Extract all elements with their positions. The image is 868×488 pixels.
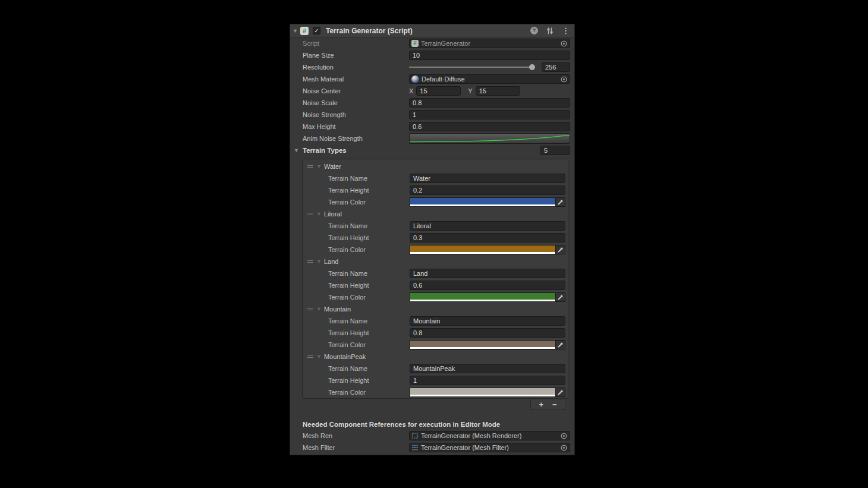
- terrain-item-foldout-icon[interactable]: ▼: [316, 211, 322, 217]
- drag-handle-icon[interactable]: [307, 259, 313, 264]
- alpha-bar: [410, 395, 555, 396]
- terrain-name-input[interactable]: Mountain: [410, 316, 565, 326]
- add-element-button[interactable]: +: [539, 401, 543, 408]
- terrain-height-label: Terrain Height: [328, 377, 410, 384]
- terrain-color-swatch[interactable]: [410, 197, 555, 207]
- mesh-ren-label: Mesh Ren: [303, 432, 409, 439]
- noise-scale-label[interactable]: Noise Scale: [303, 99, 409, 106]
- noise-strength-row: Noise Strength 1: [290, 109, 574, 121]
- terrain-color-swatch[interactable]: [410, 245, 555, 254]
- anim-noise-strength-row: Anim Noise Strength: [290, 133, 574, 144]
- terrain-color-label: Terrain Color: [328, 294, 410, 301]
- terrain-item-header[interactable]: ▼ Litoral: [303, 208, 568, 220]
- terrain-color-label: Terrain Color: [328, 341, 410, 348]
- terrain-item-title: Litoral: [324, 210, 342, 218]
- resolution-label[interactable]: Resolution: [303, 64, 409, 71]
- object-picker-icon[interactable]: [560, 75, 568, 83]
- terrain-name-label: Terrain Name: [328, 317, 410, 325]
- max-height-input[interactable]: 0.6: [409, 122, 570, 131]
- terrain-height-label: Terrain Height: [328, 282, 410, 289]
- terrain-name-label: Terrain Name: [328, 270, 410, 277]
- terrain-height-label: Terrain Height: [328, 234, 410, 241]
- object-picker-icon[interactable]: [560, 432, 568, 440]
- drag-handle-icon[interactable]: [307, 212, 313, 216]
- drag-handle-icon[interactable]: [307, 354, 313, 359]
- terrain-item-header[interactable]: ▼ Mountain: [303, 303, 568, 315]
- terrain-types-list: ▼ Water Terrain Name Water Terrain Heigh…: [302, 159, 568, 399]
- max-height-label[interactable]: Max Height: [303, 123, 409, 130]
- resolution-slider-knob[interactable]: [529, 64, 535, 70]
- noise-center-x-input[interactable]: 15: [416, 86, 461, 96]
- mesh-material-row: Mesh Material Default-Diffuse: [290, 73, 574, 85]
- anim-noise-strength-label: Anim Noise Strength: [303, 135, 409, 142]
- help-icon[interactable]: ?: [530, 27, 538, 34]
- object-picker-icon[interactable]: [560, 444, 568, 452]
- noise-strength-input[interactable]: 1: [409, 110, 570, 119]
- component-header[interactable]: ▼ # ✓ Terrain Generator (Script) ? ⋮: [290, 24, 574, 37]
- anim-noise-strength-curve-field[interactable]: [409, 133, 570, 144]
- terrain-types-label[interactable]: Terrain Types: [303, 147, 347, 154]
- terrain-height-input[interactable]: 0.8: [410, 328, 565, 338]
- terrain-item-foldout-icon[interactable]: ▼: [316, 259, 322, 265]
- mesh-ren-row: Mesh Ren TerrainGenerator (Mesh Renderer…: [290, 430, 574, 442]
- resolution-row: Resolution 256: [290, 61, 574, 73]
- alpha-bar: [410, 347, 555, 349]
- terrain-height-input[interactable]: 1: [410, 376, 565, 385]
- noise-center-y-input[interactable]: 15: [476, 86, 520, 96]
- eyedropper-icon[interactable]: [555, 388, 565, 397]
- terrain-color-swatch[interactable]: [410, 340, 555, 350]
- resolution-input[interactable]: 256: [542, 62, 570, 72]
- noise-strength-label[interactable]: Noise Strength: [303, 111, 409, 118]
- inspector-component-terrain-generator: ▼ # ✓ Terrain Generator (Script) ? ⋮ Scr…: [290, 24, 575, 455]
- mesh-material-object-field[interactable]: Default-Diffuse: [409, 74, 570, 84]
- object-picker-icon[interactable]: [560, 40, 568, 48]
- alpha-bar: [410, 204, 555, 206]
- terrain-name-input[interactable]: Water: [410, 174, 565, 183]
- terrain-color-swatch[interactable]: [410, 388, 555, 397]
- terrain-item-header[interactable]: ▼ Water: [303, 160, 568, 172]
- terrain-item-foldout-icon[interactable]: ▼: [316, 306, 322, 312]
- noise-scale-input[interactable]: 0.8: [409, 98, 570, 108]
- terrain-height-input[interactable]: 0.6: [410, 281, 565, 290]
- terrain-item-header[interactable]: ▼ MountainPeak: [303, 351, 568, 363]
- script-row: Script # TerrainGenerator: [290, 37, 574, 49]
- x-axis-label[interactable]: X: [409, 87, 413, 95]
- component-enabled-checkbox[interactable]: ✓: [313, 27, 320, 34]
- mesh-ren-object-field[interactable]: TerrainGenerator (Mesh Renderer): [409, 431, 570, 440]
- terrain-color-swatch[interactable]: [410, 292, 555, 302]
- eyedropper-icon[interactable]: [555, 197, 565, 207]
- terrain-types-foldout-icon[interactable]: ▼: [294, 147, 303, 153]
- noise-center-label: Noise Center: [303, 87, 409, 95]
- max-height-row: Max Height 0.6: [290, 121, 574, 133]
- csharp-script-icon: #: [411, 40, 419, 47]
- terrain-name-input[interactable]: Land: [410, 269, 565, 278]
- terrain-name-input[interactable]: MountainPeak: [410, 364, 565, 373]
- component-foldout-icon[interactable]: ▼: [293, 28, 300, 34]
- material-sphere-icon: [411, 75, 419, 83]
- csharp-script-icon: #: [300, 27, 309, 35]
- plane-size-label[interactable]: Plane Size: [303, 52, 409, 59]
- more-options-icon[interactable]: ⋮: [562, 27, 570, 34]
- plane-size-input[interactable]: 10: [409, 51, 570, 60]
- noise-center-row: Noise Center X 15 Y 15: [290, 85, 574, 97]
- presets-icon[interactable]: [546, 27, 554, 35]
- resolution-slider[interactable]: [409, 67, 534, 68]
- terrain-height-input[interactable]: 0.2: [410, 185, 565, 195]
- terrain-item-foldout-icon[interactable]: ▼: [316, 354, 322, 360]
- y-axis-label[interactable]: Y: [468, 87, 472, 95]
- mesh-filter-object-field[interactable]: TerrainGenerator (Mesh Filter): [409, 443, 570, 452]
- terrain-item-header[interactable]: ▼ Land: [303, 256, 568, 267]
- terrain-types-count-input[interactable]: 5: [540, 146, 570, 155]
- eyedropper-icon[interactable]: [555, 340, 565, 350]
- terrain-name-input[interactable]: Litoral: [410, 221, 565, 231]
- eyedropper-icon[interactable]: [555, 245, 565, 254]
- drag-handle-icon[interactable]: [307, 164, 313, 169]
- terrain-height-input[interactable]: 0.3: [410, 233, 565, 243]
- terrain-item-foldout-icon[interactable]: ▼: [316, 163, 322, 169]
- mesh-renderer-icon: [411, 432, 419, 439]
- eyedropper-icon[interactable]: [555, 292, 565, 302]
- drag-handle-icon[interactable]: [307, 307, 313, 311]
- remove-element-button[interactable]: −: [552, 401, 557, 408]
- script-object-field[interactable]: # TerrainGenerator: [409, 39, 570, 48]
- alpha-bar: [410, 300, 555, 301]
